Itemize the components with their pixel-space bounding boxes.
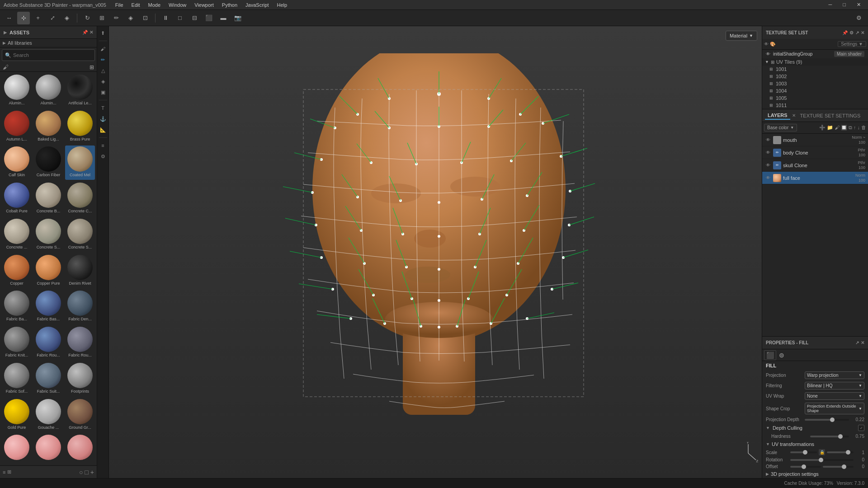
layer-down-icon[interactable]: ↓ [858,125,860,131]
menu-python[interactable]: Python [218,1,241,9]
depth-culling-checkbox[interactable]: ✓ [858,425,864,431]
tsl-tile-1005[interactable]: ⊞ 1005 [762,94,868,102]
fill-close[interactable]: ✕ [861,340,864,345]
scale-lock[interactable]: 🔒 [819,449,825,455]
material-item[interactable]: Fabric Knit... [2,326,32,360]
assets-list-view[interactable]: ≡ [3,469,5,475]
material-item[interactable]: Footprints [65,362,95,396]
material-item[interactable]: Fabric Suit... [33,362,63,396]
layer-skull-eye[interactable]: 👁 [765,162,771,169]
material-item[interactable]: Fabric Rou... [65,326,95,360]
scale-slider-y[interactable] [827,451,854,453]
strip-fill[interactable]: ▣ [98,87,108,97]
tool-2d[interactable]: ▬ [217,12,230,24]
material-item-goldpure[interactable]: Gold Pure [2,398,32,432]
material-item[interactable] [33,434,63,464]
layer-folder-icon[interactable]: 📁 [827,125,833,131]
menu-javascript[interactable]: JavaScript [242,1,272,9]
menu-window[interactable]: Window [165,1,190,9]
tool-something[interactable]: ◈ [61,12,73,24]
tsl-eye-icon[interactable]: 👁 [764,42,769,47]
tool-pause[interactable]: ⏸ [159,12,172,24]
menu-help[interactable]: Help [273,1,291,9]
tool-layer[interactable]: ⊟ [188,12,201,24]
layer-mouth[interactable]: 👁 mouth Norm ~ 100 [762,134,868,146]
menu-viewport[interactable]: Viewport [191,1,217,9]
material-item[interactable]: Concrete S... [33,218,63,252]
menu-mode[interactable]: Mode [145,1,165,9]
layer-body-clone[interactable]: 👁 ✏ body Clone Pthr 100 [762,146,868,159]
material-item[interactable]: Denim Rivet [65,254,95,288]
material-item[interactable]: Brass Pure [65,110,95,144]
offset-slider-x[interactable] [790,466,821,468]
tool-select[interactable]: ↔ [3,12,15,24]
strip-props[interactable]: ⚙ [98,151,108,161]
material-item[interactable]: Concrete C... [65,182,95,216]
tss-close-icon[interactable]: ✕ [792,113,796,118]
window-close[interactable]: ✕ [853,1,864,9]
assets-square-view[interactable]: □ [85,469,88,476]
tsl-eye[interactable]: 👁 [766,52,770,56]
tsl-tile-1002[interactable]: ⊞ 1002 [762,73,868,80]
offset-slider-y[interactable] [823,466,854,468]
material-item[interactable]: Calf Skin [2,145,32,180]
tool-camera[interactable]: 📷 [231,12,244,24]
tsl-color-icon[interactable]: 🎨 [770,42,775,47]
layer-full-face[interactable]: 👁 full face Norm 100 [762,172,868,184]
rotation-slider[interactable] [790,459,854,461]
assets-add-icon[interactable]: + [90,469,94,476]
channel-dropdown[interactable]: Base color ▼ [764,124,797,131]
scale-slider-x[interactable] [790,451,817,453]
tool-paint[interactable]: ✏ [110,12,123,24]
projdepth-slider[interactable] [805,419,849,421]
projection-dropdown[interactable]: Warp projection ▼ [805,371,864,379]
material-item[interactable]: Alumin... [2,74,32,108]
tsl-expand[interactable]: ↗ [855,30,859,35]
strip-erase[interactable]: ✏ [98,55,108,65]
layer-add-icon[interactable]: ➕ [819,125,826,131]
assets-circle-view[interactable]: ○ [79,469,83,476]
tool-warp[interactable]: ⤢ [46,12,59,24]
tsl-close[interactable]: ✕ [861,30,864,35]
assets-close-icon[interactable]: ✕ [90,30,93,35]
material-item[interactable]: Autumn L... [2,110,32,144]
layers-tab-active[interactable]: LAYERS [765,112,790,120]
window-maximize[interactable]: □ [839,1,849,9]
fill-tab-other[interactable]: ⊚ [777,351,786,360]
tsl-uv-section[interactable]: ▼ ⊞ UV Tiles (9) [762,58,868,66]
layer-delete-icon[interactable]: 🗑 [861,125,866,131]
grid-view-icon[interactable]: ⊞ [90,64,94,70]
settings-label[interactable]: Settings ▼ [838,41,866,47]
tsl-settings[interactable]: ⚙ [849,30,854,35]
uvwrap-dropdown[interactable]: None ▼ [805,392,864,400]
strip-anchor[interactable]: ⚓ [98,114,108,124]
material-item[interactable]: Fabric Bas... [33,290,63,324]
tool-transform[interactable]: ⊹ [17,12,30,24]
tool-settings[interactable]: ⚙ [853,12,865,24]
material-item-coatedmel[interactable]: Coated Mel [65,145,95,180]
strip-text[interactable]: T [98,103,108,113]
strip-measure[interactable]: 📐 [98,125,108,135]
layer-up-icon[interactable]: ↑ [854,125,856,131]
tsl-tile-1003[interactable]: ⊞ 1003 [762,80,868,87]
material-item[interactable]: Fabric Den... [65,290,95,324]
assets-icon-1[interactable]: 🖌 [3,64,9,70]
material-item[interactable]: Carbon Fiber [33,145,63,180]
material-item[interactable]: Concrete B... [33,182,63,216]
strip-import[interactable]: ⬆ [98,28,108,38]
layer-fullface-eye[interactable]: 👁 [765,175,771,181]
layer-fill-icon[interactable]: 🔲 [841,125,847,131]
material-item[interactable]: Copper Pure [33,254,63,288]
assets-pin-icon[interactable]: 📌 [82,30,88,35]
material-item[interactable]: Baked Lig... [33,110,63,144]
layer-paint-icon[interactable]: 🖌 [835,125,840,131]
material-item[interactable] [2,434,32,464]
material-item[interactable]: Fabric Ba... [2,290,32,324]
assets-expand-icon[interactable]: ▶ [4,30,7,35]
material-item[interactable]: Concrete S... [65,218,95,252]
tool-preview[interactable]: □ [174,12,186,24]
projection-settings-row[interactable]: ▶ 3D projection settings [762,470,868,478]
strip-clone[interactable]: ◈ [98,76,108,86]
viewport[interactable]: Material ▼ [109,26,762,478]
tool-rotate[interactable]: ↻ [81,12,94,24]
